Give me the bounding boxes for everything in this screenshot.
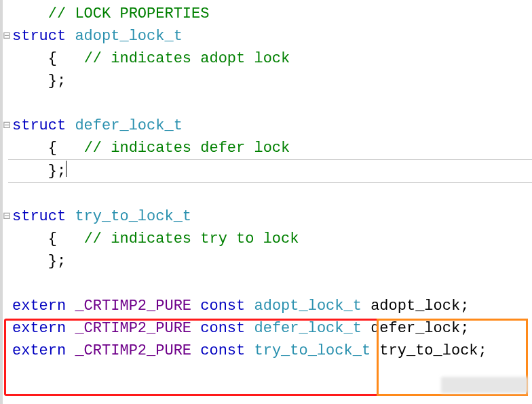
identifier: adopt_lock (370, 298, 460, 315)
semicolon: ; (478, 342, 487, 359)
code-line: { // indicates try to lock (12, 228, 532, 250)
code-line: // LOCK PROPERTIES (12, 3, 532, 25)
macro: _CRTIMP2_PURE (75, 342, 191, 359)
identifier: defer_lock (370, 320, 460, 337)
keyword: extern (12, 298, 66, 315)
cursor-line: }; (8, 159, 532, 183)
code-line: { // indicates defer lock (12, 137, 532, 159)
semicolon: ; (460, 298, 469, 315)
code-line: }; (12, 250, 532, 272)
type-name: defer_lock_t (254, 320, 361, 337)
fold-icon[interactable]: ⊟ (3, 25, 11, 47)
type-name: try_to_lock_t (254, 342, 370, 359)
keyword: const (200, 320, 245, 337)
code-editor[interactable]: // LOCK PROPERTIES ⊟struct adopt_lock_t … (0, 0, 532, 362)
keyword: const (200, 342, 245, 359)
comment: // indicates defer lock (84, 140, 290, 157)
type-name: defer_lock_t (75, 117, 182, 134)
code-line: { // indicates adopt lock (12, 47, 532, 70)
keyword: struct (12, 28, 66, 45)
fold-icon[interactable]: ⊟ (3, 115, 11, 137)
brace: { (48, 230, 57, 247)
code-line: ⊟struct defer_lock_t (12, 115, 532, 137)
comment: // LOCK PROPERTIES (48, 5, 210, 22)
type-name: try_to_lock_t (75, 208, 191, 225)
keyword: struct (12, 117, 66, 134)
blank-line (12, 183, 532, 205)
brace: { (48, 50, 57, 67)
brace-close: }; (48, 73, 66, 89)
semicolon: ; (460, 320, 469, 337)
brace-close: }; (48, 253, 66, 270)
brace: { (48, 140, 57, 157)
redaction-blur (441, 377, 528, 393)
keyword: extern (12, 320, 66, 337)
code-line: extern _CRTIMP2_PURE const try_to_lock_t… (12, 340, 532, 362)
type-name: adopt_lock_t (254, 298, 361, 315)
type-name: adopt_lock_t (75, 28, 182, 45)
keyword: struct (12, 208, 66, 225)
fold-icon[interactable]: ⊟ (3, 205, 11, 228)
comment: // indicates adopt lock (84, 50, 290, 67)
text-cursor (66, 161, 66, 177)
blank-line (12, 272, 532, 295)
code-line: extern _CRTIMP2_PURE const adopt_lock_t … (12, 295, 532, 317)
brace-close: }; (48, 163, 66, 180)
code-line: extern _CRTIMP2_PURE const defer_lock_t … (12, 317, 532, 340)
macro: _CRTIMP2_PURE (75, 298, 191, 315)
code-line: }; (12, 70, 532, 92)
keyword: extern (12, 342, 66, 359)
blank-line (12, 92, 532, 115)
comment: // indicates try to lock (84, 230, 299, 247)
macro: _CRTIMP2_PURE (75, 320, 191, 337)
code-line: ⊟struct try_to_lock_t (12, 205, 532, 228)
code-line: ⊟struct adopt_lock_t (12, 25, 532, 47)
identifier: try_to_lock (379, 342, 478, 359)
keyword: const (200, 298, 245, 315)
